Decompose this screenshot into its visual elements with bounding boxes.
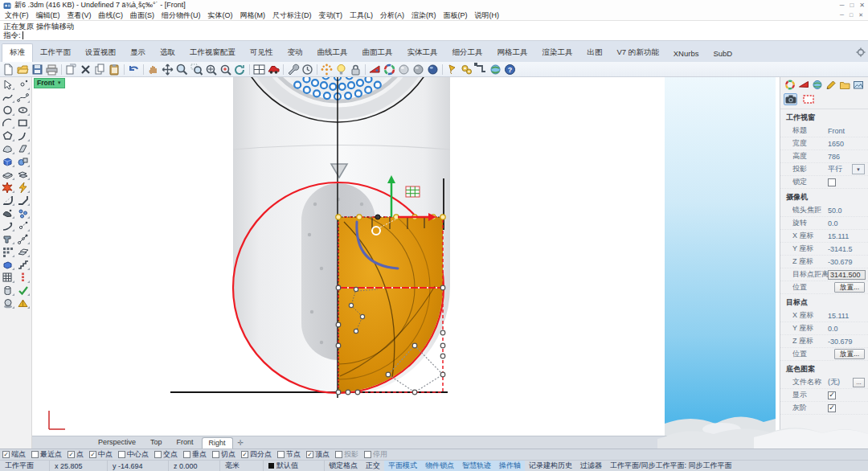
rotate-view-icon[interactable]: [233, 63, 247, 76]
ribbon-tab[interactable]: 变动: [280, 44, 310, 62]
fillet-edge-icon[interactable]: [0, 194, 15, 207]
osnap-四分点[interactable]: ✓四分点: [241, 449, 272, 460]
osnap-切点[interactable]: 切点: [212, 449, 235, 460]
osnap-checkbox[interactable]: ✓: [306, 451, 313, 458]
status-toggle-锁定格点[interactable]: 锁定格点: [325, 461, 362, 471]
fillet-flash-icon[interactable]: [15, 181, 31, 194]
ribbon-tab[interactable]: 曲面工具: [355, 44, 400, 62]
panel-tab-pencil-icon[interactable]: [825, 80, 837, 90]
cplane-sync-label[interactable]: 工作平面/同步工作平面: 同步工作平面: [606, 461, 736, 471]
pan-hand-icon[interactable]: [146, 63, 160, 76]
check-icon[interactable]: [15, 284, 31, 297]
osnap-垂点[interactable]: 垂点: [183, 449, 207, 460]
osnap-checkbox[interactable]: [277, 451, 285, 458]
curve-points-icon[interactable]: [15, 91, 31, 104]
scale-points-icon[interactable]: [15, 232, 31, 245]
array-grid-icon[interactable]: [0, 245, 15, 258]
menu-item[interactable]: 细分物件(U): [162, 10, 201, 21]
checkbox-显示[interactable]: ✓: [828, 391, 836, 399]
osnap-checkbox[interactable]: [183, 451, 190, 458]
checkbox-灰阶[interactable]: ✓: [828, 404, 836, 412]
place-button[interactable]: 放置...: [834, 282, 865, 293]
pyramid-icon[interactable]: [15, 297, 31, 309]
menu-item[interactable]: 编辑(E): [36, 10, 60, 21]
ribbon-tab[interactable]: 工作视窗配置: [182, 44, 243, 62]
delete-icon[interactable]: [79, 63, 92, 76]
menu-item[interactable]: 变动(T): [319, 10, 343, 21]
ribbon-tab[interactable]: XNurbs: [666, 46, 706, 62]
rectangle-icon[interactable]: [15, 117, 31, 129]
osnap-端点[interactable]: ✓端点: [2, 449, 26, 460]
molecule-icon[interactable]: [15, 207, 31, 219]
osnap-点[interactable]: ✓点: [68, 449, 84, 460]
copy-plane-icon[interactable]: [15, 245, 31, 258]
red-car-icon[interactable]: [267, 63, 280, 76]
zoom-dynamic-icon[interactable]: [204, 63, 218, 76]
checkbox-锁定[interactable]: [828, 178, 836, 186]
new-viewport-tab-icon[interactable]: ✛: [238, 439, 244, 447]
curve-corner-icon[interactable]: [15, 129, 31, 142]
menu-item[interactable]: 文件(F): [5, 10, 29, 21]
patch-surface-icon[interactable]: [0, 142, 15, 155]
osnap-checkbox[interactable]: ✓: [68, 451, 75, 458]
unit-cell[interactable]: 毫米: [220, 461, 264, 471]
status-toggle-操作轴[interactable]: 操作轴: [495, 461, 525, 471]
menu-item[interactable]: 说明(H): [475, 10, 500, 21]
select-arrow-icon[interactable]: [0, 78, 15, 91]
panel-tab-image-icon[interactable]: [853, 80, 864, 90]
panel-tab-red-wedge-icon[interactable]: [798, 80, 809, 90]
osnap-投影[interactable]: 投影: [335, 449, 358, 460]
projection-dropdown[interactable]: ▼: [852, 164, 865, 174]
sphere-box-icon[interactable]: [15, 155, 31, 168]
viewport-tab-right[interactable]: Right: [202, 437, 233, 448]
layer-cell[interactable]: 默认值: [264, 461, 325, 471]
control-point-icon[interactable]: [15, 78, 31, 91]
osnap-checkbox[interactable]: ✓: [241, 451, 248, 458]
paint-drop-icon[interactable]: [445, 63, 459, 76]
osnap-checkbox[interactable]: ✓: [89, 451, 96, 458]
menu-item[interactable]: 查看(V): [68, 10, 92, 21]
browse-file-button[interactable]: ...: [853, 378, 865, 387]
points-burst-icon[interactable]: [320, 63, 334, 76]
viewport-title-badge[interactable]: Front▼: [34, 78, 65, 88]
status-toggle-平面模式[interactable]: 平面模式: [384, 461, 421, 471]
osnap-checkbox[interactable]: [364, 451, 371, 458]
render-cone-icon[interactable]: [368, 63, 382, 76]
ribbon-tab[interactable]: 网格工具: [490, 44, 535, 62]
camera-properties-icon[interactable]: [784, 93, 797, 105]
ribbon-tab[interactable]: 标准: [2, 43, 33, 62]
osnap-最近点[interactable]: 最近点: [31, 449, 62, 460]
viewport-tab-top[interactable]: Top: [144, 437, 169, 448]
lock-icon[interactable]: [349, 63, 362, 76]
stairs-icon[interactable]: [15, 258, 31, 271]
ribbon-tab[interactable]: 出图: [580, 44, 610, 62]
move-icon[interactable]: [161, 63, 174, 76]
arc-icon[interactable]: [0, 117, 15, 129]
workspace-icon[interactable]: [474, 63, 488, 76]
osnap-checkbox[interactable]: [335, 451, 342, 458]
menu-item[interactable]: 面板(P): [444, 10, 468, 21]
target-distance-input[interactable]: [828, 270, 866, 280]
osnap-checkbox[interactable]: [212, 451, 219, 458]
boolean-burst-icon[interactable]: [0, 181, 15, 194]
bend-arc-icon[interactable]: [0, 219, 15, 232]
duplicate-icon[interactable]: [64, 63, 78, 76]
ribbon-tab[interactable]: 工作平面: [33, 44, 78, 62]
osnap-中心点[interactable]: 中心点: [118, 449, 149, 460]
new-file-icon[interactable]: [2, 63, 15, 76]
menu-item[interactable]: 曲线(C): [99, 10, 124, 21]
ribbon-gear-icon[interactable]: [856, 46, 866, 60]
ribbon-tab[interactable]: 细分工具: [445, 44, 490, 62]
osnap-中点[interactable]: ✓中点: [89, 449, 113, 460]
panel-tab-color-wheel-icon[interactable]: [784, 80, 796, 90]
box-icon[interactable]: [0, 155, 15, 168]
slab-icon[interactable]: [0, 168, 15, 181]
osnap-停用[interactable]: 停用: [364, 449, 387, 460]
osnap-checkbox[interactable]: [31, 451, 39, 458]
wrench-icon[interactable]: [286, 63, 300, 76]
pipe-tee-icon[interactable]: [0, 232, 15, 245]
window-controls[interactable]: ─□✕: [840, 2, 865, 9]
history-clock-icon[interactable]: [301, 63, 314, 76]
blend-blob-icon[interactable]: [0, 207, 15, 219]
ribbon-tab[interactable]: V7 的新功能: [610, 44, 666, 62]
